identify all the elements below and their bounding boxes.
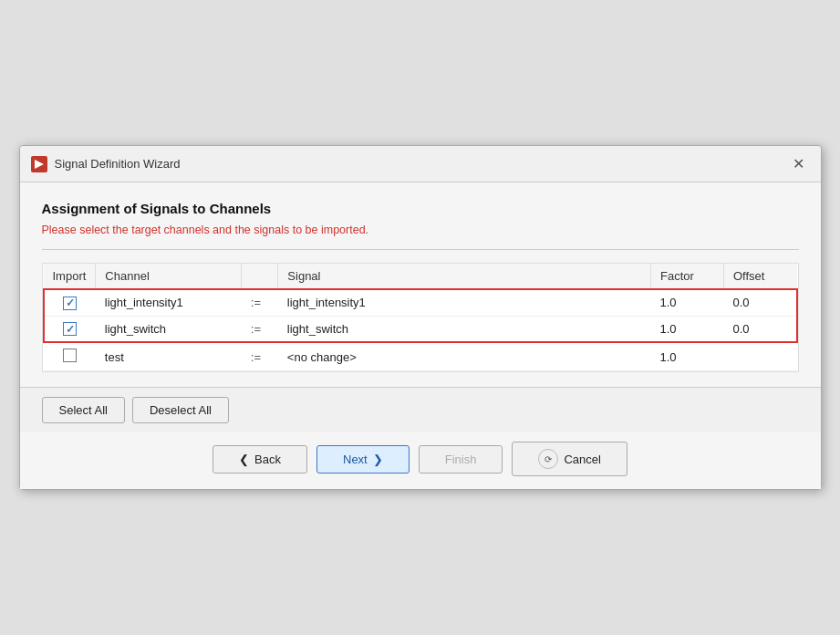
select-buttons: Select All Deselect All	[42, 397, 229, 423]
assign-cell: :=	[242, 289, 278, 316]
assign-cell: :=	[242, 316, 278, 342]
nav-bar: ❮ Back Next ❯ Finish ⟳ Cancel	[20, 432, 821, 489]
signal-definition-wizard: Signal Definition Wizard ✕ Assignment of…	[19, 145, 822, 490]
import-cell: ✓	[44, 316, 96, 342]
next-icon: ❯	[373, 453, 383, 466]
cancel-label: Cancel	[564, 453, 600, 466]
wizard-icon	[31, 156, 47, 172]
subtitle: Please select the target channels and th…	[42, 224, 799, 236]
title-bar: Signal Definition Wizard ✕	[20, 146, 821, 182]
offset-cell: 0.0	[724, 316, 797, 342]
select-all-button[interactable]: Select All	[42, 397, 125, 423]
back-label: Back	[254, 453, 281, 466]
deselect-all-button[interactable]: Deselect All	[132, 397, 229, 423]
import-cell: ✓	[44, 289, 96, 316]
cancel-icon: ⟳	[538, 449, 558, 469]
cancel-button[interactable]: ⟳ Cancel	[512, 442, 627, 476]
next-button[interactable]: Next ❯	[316, 445, 410, 474]
table-body: ✓light_intensity1:=light_intensity11.00.…	[44, 289, 797, 371]
col-offset: Offset	[724, 264, 797, 289]
factor-cell: 1.0	[651, 289, 724, 316]
signals-table-container: Import Channel Signal Factor Offset ✓lig…	[42, 263, 799, 372]
table-header: Import Channel Signal Factor Offset	[44, 264, 797, 289]
bottom-bar: Select All Deselect All	[20, 387, 821, 432]
checkmark-icon: ✓	[66, 297, 75, 309]
import-checkbox[interactable]: ✓	[63, 322, 77, 336]
title-bar-left: Signal Definition Wizard	[31, 156, 181, 172]
close-button[interactable]: ✕	[787, 153, 810, 174]
finish-label: Finish	[445, 453, 477, 466]
col-signal: Signal	[278, 264, 651, 289]
dialog-body: Assignment of Signals to Channels Please…	[20, 182, 821, 387]
table-row: ✓light_intensity1:=light_intensity11.00.…	[44, 289, 797, 316]
back-button[interactable]: ❮ Back	[213, 445, 307, 474]
channel-cell: light_switch	[96, 316, 242, 342]
divider	[42, 249, 799, 250]
table-row: ✓light_switch:=light_switch1.00.0	[44, 316, 797, 342]
import-checkbox[interactable]: ✓	[63, 297, 77, 310]
next-label: Next	[343, 453, 368, 466]
finish-button[interactable]: Finish	[419, 445, 503, 474]
import-cell	[44, 342, 96, 371]
signal-cell: light_intensity1	[278, 289, 651, 316]
assign-cell: :=	[242, 342, 278, 371]
col-assign	[242, 264, 278, 289]
factor-cell: 1.0	[651, 316, 724, 342]
page-title: Assignment of Signals to Channels	[42, 201, 799, 216]
factor-cell: 1.0	[651, 342, 724, 371]
offset-cell	[724, 342, 797, 371]
col-channel: Channel	[96, 264, 242, 289]
signal-cell: <no change>	[278, 342, 651, 371]
import-checkbox[interactable]	[63, 349, 77, 362]
col-factor: Factor	[651, 264, 724, 289]
dialog-title: Signal Definition Wizard	[55, 157, 181, 171]
svg-marker-0	[35, 160, 44, 169]
signal-cell: light_switch	[278, 316, 651, 342]
col-import: Import	[44, 264, 96, 289]
table-row: test:=<no change>1.0	[44, 342, 797, 371]
channel-cell: test	[96, 342, 242, 371]
checkmark-icon: ✓	[66, 323, 75, 336]
offset-cell: 0.0	[724, 289, 797, 316]
signals-table: Import Channel Signal Factor Offset ✓lig…	[43, 264, 798, 371]
back-icon: ❮	[239, 453, 249, 466]
channel-cell: light_intensity1	[96, 289, 242, 316]
